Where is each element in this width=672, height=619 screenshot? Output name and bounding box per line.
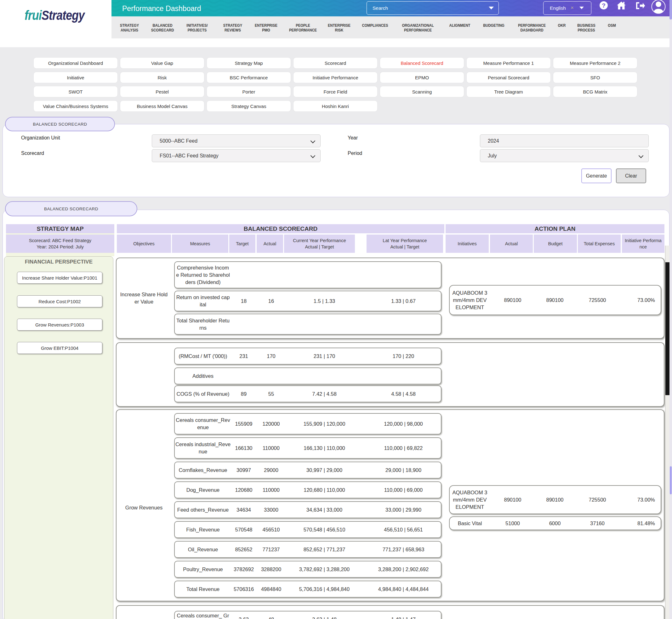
svg-text:?: ?	[602, 2, 606, 9]
